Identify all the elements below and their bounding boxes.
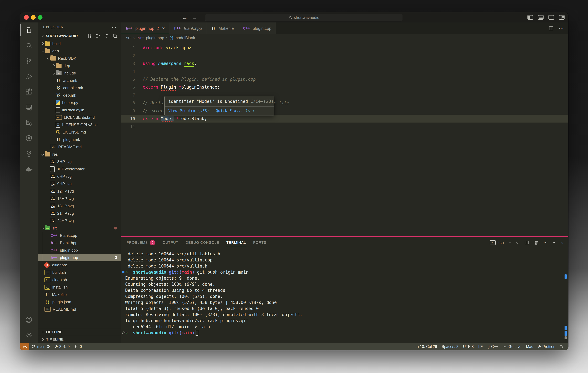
accounts-icon[interactable] bbox=[20, 312, 38, 328]
quick-fix-link[interactable]: Quick Fix... (⌘.) bbox=[216, 109, 254, 113]
todo-tree-icon[interactable] bbox=[20, 146, 38, 161]
remote-explorer-icon[interactable] bbox=[20, 100, 38, 115]
tree-item-build[interactable]: build bbox=[38, 40, 121, 47]
tree-item-Blank.hpp[interactable]: h++Blank.hpp bbox=[38, 239, 121, 247]
timeline-section[interactable]: TIMELINE bbox=[38, 336, 121, 343]
tab-plugin.cpp[interactable]: C++plugin.cpp bbox=[238, 22, 276, 34]
toggle-secondary-sidebar-icon[interactable] bbox=[548, 15, 554, 20]
branch-status[interactable]: main ⟳ bbox=[29, 343, 52, 350]
new-folder-icon[interactable] bbox=[95, 33, 100, 38]
tree-item-plugin.cpp[interactable]: C++plugin.cpp bbox=[38, 247, 121, 254]
command-center-search[interactable]: shortwavaudio bbox=[205, 14, 402, 21]
customize-layout-icon[interactable] bbox=[559, 15, 565, 20]
language-mode[interactable]: {}C++ bbox=[485, 343, 501, 350]
remote-indicator[interactable]: >< bbox=[20, 343, 29, 350]
close-window-button[interactable] bbox=[24, 15, 29, 20]
tree-item-plugin.mk[interactable]: ♉plugin.mk bbox=[38, 136, 121, 143]
ports-status[interactable]: 0 bbox=[72, 343, 84, 350]
tree-item-install.sh[interactable]: >_install.sh bbox=[38, 283, 121, 291]
collapse-all-icon[interactable] bbox=[113, 33, 117, 38]
panel-tab-terminal[interactable]: TERMINAL bbox=[226, 237, 246, 248]
tree-item-compile.mk[interactable]: ♉compile.mk bbox=[38, 84, 121, 92]
panel-tab-debug-console[interactable]: DEBUG CONSOLE bbox=[186, 237, 219, 248]
panel-tab-output[interactable]: OUTPUT bbox=[162, 237, 178, 248]
panel-tab-ports[interactable]: PORTS bbox=[253, 237, 266, 248]
tree-item-arch.mk[interactable]: ♉arch.mk bbox=[38, 77, 121, 84]
tree-item-6HP.svg[interactable]: ✳SVG6HP.svg bbox=[38, 173, 121, 180]
cpp-tools-icon[interactable] bbox=[20, 115, 38, 130]
tree-item-README.md[interactable]: M↓README.md bbox=[38, 306, 121, 313]
go-live-button[interactable]: Go Live bbox=[501, 343, 524, 350]
tree-item-README.md[interactable]: M↓README.md bbox=[38, 143, 121, 151]
maximize-panel-icon[interactable] bbox=[552, 241, 556, 244]
tree-item-.gitignore[interactable]: ψ.gitignore bbox=[38, 261, 121, 269]
panel-tab-problems[interactable]: PROBLEMS2 bbox=[126, 237, 155, 248]
tab-plugin.hpp[interactable]: h++plugin.hpp2× bbox=[121, 22, 169, 34]
split-terminal-icon[interactable] bbox=[524, 240, 529, 245]
close-tab-icon[interactable]: × bbox=[162, 26, 165, 31]
code-editor[interactable]: identifier "Model" is undefined C/C++(20… bbox=[121, 41, 568, 236]
tree-item-build.sh[interactable]: >_build.sh bbox=[38, 269, 121, 276]
panel-more-actions-icon[interactable]: ⋯ bbox=[543, 240, 548, 245]
tree-item-12HP.svg[interactable]: ✳SVG12HP.svg bbox=[38, 187, 121, 195]
breadcrumb-plugin.hpp[interactable]: h++plugin.hpp bbox=[137, 36, 164, 40]
tree-item-dep.mk[interactable]: ♉dep.mk bbox=[38, 92, 121, 99]
minimize-window-button[interactable] bbox=[31, 15, 36, 20]
breadcrumb-src[interactable]: src bbox=[126, 36, 131, 40]
view-problem-link[interactable]: View Problem (⌥F8) bbox=[168, 109, 209, 113]
tree-item-18HP.svg[interactable]: ✳SVG18HP.svg bbox=[38, 202, 121, 210]
source-control-icon[interactable] bbox=[20, 53, 38, 69]
tree-item-24HP.svg[interactable]: ✳SVG24HP.svg bbox=[38, 217, 121, 224]
tree-item-src[interactable]: </>src bbox=[38, 224, 121, 232]
tree-item-plugin.hpp[interactable]: h++plugin.hpp2 bbox=[38, 254, 121, 261]
outline-section[interactable]: OUTLINE bbox=[38, 328, 121, 336]
indentation[interactable]: Spaces: 2 bbox=[439, 343, 461, 350]
tree-item-LICENSE-dist.md[interactable]: M↓LICENSE-dist.md bbox=[38, 114, 121, 121]
tab-Makefile[interactable]: ♉Makefile bbox=[206, 22, 238, 34]
problems-status[interactable]: ⊗ 2 ⚠ 0 bbox=[52, 343, 72, 350]
extensions-icon[interactable] bbox=[20, 84, 38, 100]
navigate-back-icon[interactable]: ← bbox=[182, 14, 188, 21]
tree-item-3HP.svg[interactable]: ✳SVG3HP.svg bbox=[38, 158, 121, 165]
cursor-position[interactable]: Ln 10, Col 26 bbox=[412, 343, 439, 350]
terminal-shell-selector[interactable]: >_ zsh bbox=[490, 240, 504, 245]
tree-item-9HP.svg[interactable]: ✳SVG9HP.svg bbox=[38, 180, 121, 187]
toggle-panel-icon[interactable] bbox=[538, 15, 544, 20]
notifications-bell[interactable] bbox=[557, 343, 566, 350]
tree-item-15HP.svg[interactable]: ✳SVG15HP.svg bbox=[38, 195, 121, 202]
search-view-icon[interactable] bbox=[20, 38, 38, 53]
tree-item-dep[interactable]: dep bbox=[38, 47, 121, 55]
workspace-section-header[interactable]: SHORTWAVAUDIO bbox=[38, 32, 121, 40]
tree-item-dep[interactable]: dep bbox=[38, 62, 121, 69]
tree-item-Blank.cpp[interactable]: C++Blank.cpp bbox=[38, 232, 121, 239]
tree-item-res[interactable]: res bbox=[38, 151, 121, 158]
kill-terminal-icon[interactable] bbox=[534, 240, 539, 245]
tab-Blank.hpp[interactable]: h++Blank.hpp bbox=[169, 22, 206, 34]
circle-extension-icon[interactable] bbox=[20, 130, 38, 146]
settings-gear-icon[interactable] bbox=[20, 328, 38, 343]
refresh-icon[interactable] bbox=[104, 33, 109, 38]
tree-item-Rack-SDK[interactable]: Rack-SDK bbox=[38, 55, 121, 62]
editor-more-actions-icon[interactable]: ⋯ bbox=[559, 26, 564, 31]
run-debug-icon[interactable] bbox=[20, 69, 38, 84]
terminal-dropdown-icon[interactable] bbox=[516, 241, 520, 244]
prettier-status[interactable]: ⊘Prettier bbox=[536, 343, 557, 350]
navigate-forward-icon[interactable]: → bbox=[192, 14, 197, 21]
tree-item-LICENSE-GPLv3.txt[interactable]: LICENSE-GPLv3.txt bbox=[38, 121, 121, 128]
tree-item-3HP.vectornator[interactable]: 3HP.vectornator bbox=[38, 165, 121, 173]
tree-item-plugin.json[interactable]: { }plugin.json bbox=[38, 298, 121, 306]
split-editor-icon[interactable] bbox=[549, 26, 554, 31]
explorer-icon[interactable] bbox=[20, 22, 38, 38]
breadcrumb-modelBlank[interactable]: [▪]modelBlank bbox=[169, 36, 195, 40]
close-panel-icon[interactable]: × bbox=[560, 240, 563, 245]
explorer-more-actions-icon[interactable]: ⋯ bbox=[112, 25, 117, 30]
toggle-sidebar-icon[interactable] bbox=[527, 15, 533, 20]
tree-item-Makefile[interactable]: ♉Makefile bbox=[38, 291, 121, 298]
tree-item-include[interactable]: →include bbox=[38, 69, 121, 77]
eol-sequence[interactable]: LF bbox=[476, 343, 485, 350]
tree-item-clean.sh[interactable]: >_clean.sh bbox=[38, 276, 121, 283]
tree-item-libRack.dylib[interactable]: libRack.dylib bbox=[38, 106, 121, 114]
docker-icon[interactable] bbox=[20, 161, 38, 177]
tree-item-21HP.svg[interactable]: ✳SVG21HP.svg bbox=[38, 210, 121, 217]
terminal[interactable]: delete mode 100644 src/util.tables.h del… bbox=[121, 248, 568, 343]
